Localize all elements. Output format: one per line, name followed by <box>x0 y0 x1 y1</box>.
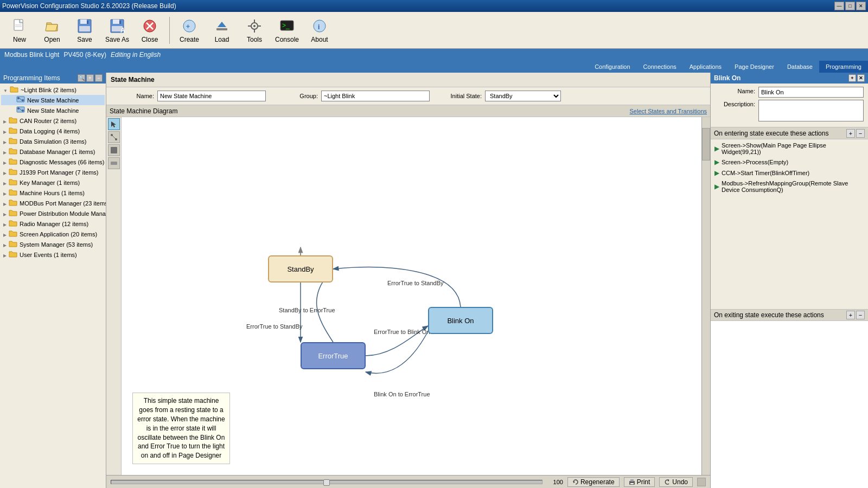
minimize-button[interactable]: — <box>834 2 844 10</box>
menu-applications[interactable]: Applications <box>683 61 728 73</box>
panel-search-btn[interactable]: 🔍 <box>78 74 85 82</box>
svg-rect-4 <box>80 20 87 24</box>
tree-item-2[interactable]: New State Machine <box>1 105 105 115</box>
folder-icon-7 <box>9 157 17 166</box>
state-errortrue[interactable]: ErrorTrue <box>301 342 366 369</box>
menu-page-designer[interactable]: Page Designer <box>728 61 781 73</box>
progress-thumb[interactable] <box>323 479 330 486</box>
initial-state-select[interactable]: StandBy <box>485 91 561 101</box>
load-button[interactable]: Load <box>207 15 237 46</box>
close-toolbar-button[interactable]: Close <box>135 15 165 46</box>
regenerate-button[interactable]: Regenerate <box>567 477 620 487</box>
name-row: Name: <box>111 91 266 101</box>
center-panel: State Machine Name: Group: Initial State… <box>106 73 711 488</box>
tree-toggle-6 <box>3 148 7 156</box>
name-label: Name: <box>111 93 154 99</box>
action-arrow-1: ▶ <box>714 158 719 166</box>
remove-entering-action-btn[interactable]: − <box>856 129 865 138</box>
undo-extra-btn[interactable] <box>697 478 706 486</box>
tree-item-3[interactable]: CAN Router (2 items) <box>1 115 105 126</box>
folder-icon-11 <box>9 198 17 208</box>
tools-button[interactable]: Tools <box>239 15 270 46</box>
edit-mode: Editing in English <box>111 51 161 59</box>
select-tool[interactable] <box>108 118 120 130</box>
tree-item-12[interactable]: Power Distribution Module Manag... <box>1 208 105 219</box>
tree-label-13: Radio Manager (12 items) <box>20 221 88 227</box>
about-button[interactable]: i About <box>304 15 335 46</box>
console-icon: >_ <box>278 17 296 35</box>
add-exiting-action-btn[interactable]: + <box>846 311 855 319</box>
save-as-label: Save As <box>105 36 129 43</box>
tree-item-6[interactable]: Database Manager (1 items) <box>1 146 105 157</box>
svg-text:i: i <box>318 23 320 31</box>
device-name: Modbus Blink Light <box>4 51 59 59</box>
exiting-action-controls: + − <box>846 311 865 319</box>
panel-expand-btn[interactable]: + <box>86 74 94 82</box>
svg-text:+: + <box>186 23 190 30</box>
tree-toggle-0 <box>3 86 8 94</box>
open-button[interactable]: Open <box>37 15 67 46</box>
entering-action-2[interactable]: ▶CCM->Start Timer(BlinkOffTimer) <box>712 168 867 178</box>
tree-item-10[interactable]: Machine Hours (1 items) <box>1 188 105 198</box>
rp-name-input[interactable] <box>758 87 864 98</box>
entering-action-3[interactable]: ▶Modbus->RefreshMappingGroup(Remote Slav… <box>712 178 867 195</box>
name-input[interactable] <box>157 91 266 101</box>
panel-title: Programming Items <box>3 74 60 82</box>
rp-description-textarea[interactable] <box>758 100 864 121</box>
create-button[interactable]: + Create <box>174 15 205 46</box>
save-button[interactable]: Save <box>69 15 100 46</box>
tree-item-14[interactable]: Screen Application (20 items) <box>1 229 105 239</box>
tree-item-0[interactable]: ~Light Blink (2 items) <box>1 85 105 95</box>
entering-actions-header: On entering state execute these actions … <box>711 127 868 139</box>
tree-item-9[interactable]: Key Manager (1 items) <box>1 177 105 188</box>
restore-button[interactable]: □ <box>845 2 855 10</box>
state-standby[interactable]: StandBy <box>268 255 333 282</box>
select-states-link[interactable]: Select States and Transitions <box>630 108 707 114</box>
tree-item-1[interactable]: New State Machine <box>1 95 105 105</box>
tree-item-11[interactable]: MODBus Port Manager (23 items) <box>1 198 105 208</box>
group-input[interactable] <box>321 91 430 101</box>
tree-item-4[interactable]: Data Logging (4 items) <box>1 126 105 136</box>
entering-action-0[interactable]: ▶Screen->Show(Main Page Page Ellipse Wid… <box>712 140 867 157</box>
menu-connections[interactable]: Connections <box>637 61 683 73</box>
entering-action-1[interactable]: ▶Screen->Process(Empty) <box>712 157 867 168</box>
svg-point-30 <box>17 97 20 99</box>
diagram-footer: 100 Regenerate Print Undo <box>106 475 710 488</box>
tree-item-5[interactable]: Data Simulation (3 items) <box>1 136 105 146</box>
tree-item-15[interactable]: System Manager (53 items) <box>1 239 105 249</box>
svg-text:ErrorTrue to StandBy: ErrorTrue to StandBy <box>387 280 444 286</box>
tree-item-16[interactable]: User Events (1 items) <box>1 249 105 260</box>
open-label: Open <box>44 36 60 43</box>
connect-tool[interactable] <box>108 131 120 143</box>
menu-database[interactable]: Database <box>781 61 819 73</box>
add-entering-action-btn[interactable]: + <box>846 129 855 138</box>
open-icon <box>43 17 61 35</box>
right-panel-close-btn[interactable]: ✕ <box>857 74 865 82</box>
menu-programming[interactable]: Programming <box>819 61 868 73</box>
tree-label-14: Screen Application (20 items) <box>20 231 97 237</box>
progress-track[interactable] <box>111 480 542 484</box>
remove-exiting-action-btn[interactable]: − <box>856 311 865 319</box>
tree-label-11: MODBus Port Manager (23 items) <box>20 200 106 207</box>
menu-configuration[interactable]: Configuration <box>588 61 636 73</box>
tree-item-7[interactable]: Diagnostic Messages (66 items) <box>1 157 105 167</box>
diagram-canvas[interactable]: StandBy to ErrorTrue ErrorTrue to StandB… <box>122 117 701 475</box>
tree-item-8[interactable]: J1939 Port Manager (7 items) <box>1 167 105 177</box>
right-panel-expand-btn[interactable]: + <box>848 74 856 82</box>
console-button[interactable]: >_ Console <box>272 15 302 46</box>
pan-tool[interactable] <box>108 144 120 156</box>
print-button[interactable]: Print <box>624 477 655 487</box>
sm-icon-2 <box>16 106 25 115</box>
close-button[interactable]: ✕ <box>856 2 866 10</box>
undo-button[interactable]: Undo <box>659 477 693 487</box>
entering-actions-list: ▶Screen->Show(Main Page Page Ellipse Wid… <box>711 139 868 309</box>
panel-collapse-btn[interactable]: − <box>95 74 103 82</box>
tree-label-6: Database Manager (1 items) <box>20 149 95 155</box>
diagram-vertical-scrollbar[interactable] <box>701 117 710 475</box>
zoom-tool[interactable] <box>108 157 120 169</box>
tree-label-16: User Events (1 items) <box>20 252 77 258</box>
tree-item-13[interactable]: Radio Manager (12 items) <box>1 219 105 229</box>
state-blinkon[interactable]: Blink On <box>428 307 493 334</box>
save-as-button[interactable]: A Save As <box>102 15 132 46</box>
new-button[interactable]: New <box>4 15 35 46</box>
